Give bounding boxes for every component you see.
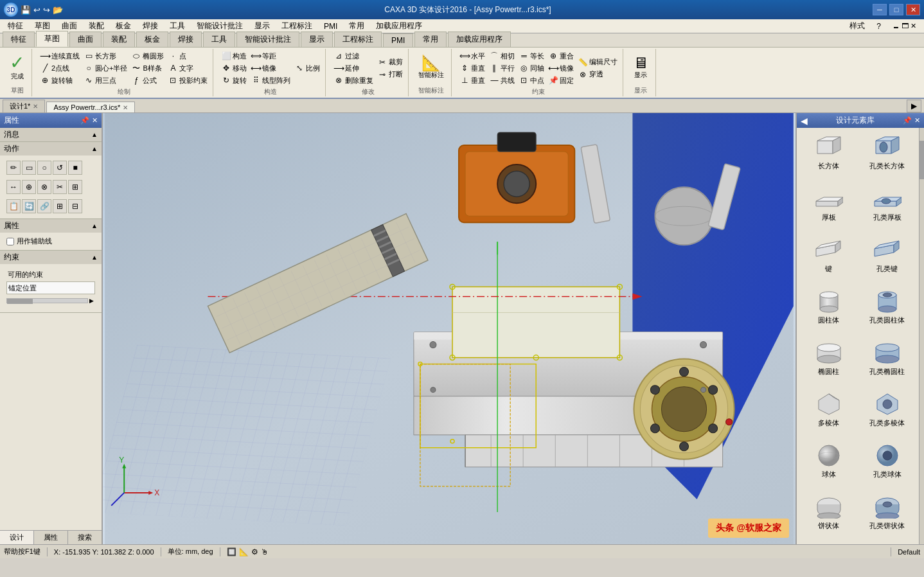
tool-ellipse[interactable]: ⬭ 椭圆形: [130, 50, 165, 62]
complete-button[interactable]: ✓ 完成: [6, 52, 28, 83]
tab-scroll-right[interactable]: ▶: [907, 100, 921, 112]
menu-feature[interactable]: 特征: [3, 19, 28, 33]
menu-tools[interactable]: 工具: [164, 19, 190, 33]
tool-edit-dim[interactable]: 📏 编辑尺寸: [576, 57, 619, 68]
tool-mirror-con[interactable]: ⟷ 镜像: [547, 62, 575, 74]
section-constraint-header[interactable]: 约束 ▲: [0, 251, 102, 264]
tab-assy-close[interactable]: ✕: [123, 104, 128, 111]
tab-feature[interactable]: 特征: [3, 31, 35, 47]
tool-coaxis[interactable]: ◎ 同轴: [517, 62, 546, 74]
de-item-plate-hole[interactable]: 孔类厚板: [859, 183, 915, 232]
action-btn-minus[interactable]: ⊗: [37, 180, 51, 194]
tool-formula[interactable]: ƒ 公式: [130, 75, 165, 86]
quick-undo[interactable]: ↩: [33, 5, 40, 15]
quick-open[interactable]: 📂: [53, 5, 63, 15]
tool-rotate[interactable]: ↻ 旋转: [220, 75, 248, 86]
de-item-cylinder[interactable]: 圆柱体: [801, 286, 857, 335]
menu-smart-annotation[interactable]: 智能设计批注: [191, 19, 248, 33]
action-btn-block[interactable]: ■: [68, 161, 82, 175]
tab-pmi[interactable]: PMI: [383, 33, 413, 47]
tool-perpendicular[interactable]: ⊥ 垂直: [458, 75, 486, 86]
section-property-toggle[interactable]: ▲: [91, 222, 98, 229]
tab-smart-annotation[interactable]: 智能设计批注: [236, 31, 299, 47]
tool-vertical[interactable]: ⇕ 垂直: [458, 62, 486, 74]
action-btn-scissors[interactable]: ✂: [53, 180, 67, 194]
left-panel-close[interactable]: ✕: [92, 116, 98, 125]
tab-assembly[interactable]: 装配: [103, 31, 135, 47]
tool-filter[interactable]: ⊿ 过滤: [332, 50, 375, 62]
tool-parallel[interactable]: ∥ 平行: [488, 62, 516, 74]
tab-sheetmetal[interactable]: 板金: [136, 31, 168, 47]
de-item-key-hole[interactable]: 孔类键: [859, 235, 915, 283]
viewport[interactable]: X Y 头条 @软服之家: [103, 113, 795, 544]
tab-sketch[interactable]: 草图: [36, 31, 68, 47]
action-btn-move[interactable]: ↔: [6, 180, 21, 194]
action-btn-plus[interactable]: ⊕: [22, 180, 36, 194]
tool-coincident[interactable]: ⊕ 重合: [547, 50, 575, 62]
de-item-pie[interactable]: 饼状体: [801, 492, 857, 540]
tab-assy[interactable]: Assy Powertr...r3.ics* ✕: [46, 102, 135, 112]
scroll-right-btn[interactable]: ▶: [88, 297, 95, 304]
tool-break[interactable]: ⊸ 打断: [376, 69, 404, 80]
lp-tab-property[interactable]: 属性: [34, 531, 68, 544]
tool-point[interactable]: · 点: [166, 50, 209, 62]
menu-common[interactable]: 常用: [344, 19, 369, 33]
scrollbar-thumb[interactable]: [7, 299, 33, 304]
menu-load-app[interactable]: 加载应用程序: [371, 19, 427, 33]
constraint-scroll-area[interactable]: 锚定位置: [6, 281, 95, 294]
quick-redo[interactable]: ↪: [43, 5, 50, 15]
tool-equidist[interactable]: ⟺ 等距: [249, 50, 292, 62]
de-item-sphere-hole[interactable]: 孔类球体: [859, 440, 915, 489]
lp-tab-design[interactable]: 设计: [0, 531, 34, 544]
tool-rotate-axis[interactable]: ⊕ 旋转轴: [39, 75, 81, 86]
tool-bspline[interactable]: 〜 B样条: [130, 62, 165, 74]
de-item-ellipse-hole[interactable]: 孔类椭圆柱: [859, 337, 915, 386]
tool-extend[interactable]: ⟶ 延伸: [332, 62, 375, 74]
action-btn-grid[interactable]: ⊞: [68, 180, 82, 194]
tab-design1[interactable]: 设计1* ✕: [3, 100, 45, 112]
tab-common[interactable]: 常用: [414, 31, 447, 47]
menu-assembly[interactable]: 装配: [84, 19, 109, 33]
de-item-pie-hole[interactable]: 孔类饼状体: [859, 492, 915, 540]
section-action-header[interactable]: 动作 ▲: [0, 142, 102, 155]
constraint-scrollbar[interactable]: ▶: [6, 296, 95, 306]
tool-delete-dup[interactable]: ⊗ 删除重复: [332, 75, 375, 86]
lp-tab-search[interactable]: 搜索: [68, 531, 102, 544]
left-panel-pin[interactable]: 📌: [80, 116, 89, 125]
de-item-key[interactable]: 键: [801, 235, 857, 283]
de-item-ellipse-cyl[interactable]: 椭圆柱: [801, 337, 857, 386]
minimize-button[interactable]: ─: [873, 4, 887, 15]
tool-move[interactable]: ✥ 移动: [220, 62, 248, 74]
tool-penetrate[interactable]: ⊗ 穿透: [576, 69, 619, 80]
tool-2point-line[interactable]: ╱ 2点线: [39, 62, 81, 74]
action-btn-circle[interactable]: ○: [37, 161, 51, 175]
menu-help[interactable]: ?: [871, 21, 886, 32]
action-btn-flip[interactable]: 🔄: [22, 199, 36, 213]
menu-style[interactable]: 样式: [844, 19, 870, 33]
rp-close[interactable]: ✕: [914, 116, 920, 125]
tool-tangent[interactable]: ⌒ 相切: [488, 50, 516, 62]
menu-sheetmetal[interactable]: 板金: [111, 19, 136, 33]
menu-pmi[interactable]: PMI: [319, 21, 342, 32]
tool-collinear[interactable]: — 共线: [488, 75, 516, 86]
de-item-box[interactable]: 长方体: [801, 132, 857, 181]
tool-fix[interactable]: 📌 固定: [547, 75, 575, 86]
tool-3point[interactable]: ∿ 用三点: [82, 75, 129, 86]
smart-annotation-button[interactable]: 📐 智能标注: [415, 53, 447, 82]
tab-surface[interactable]: 曲面: [69, 31, 102, 47]
de-item-box-hole[interactable]: 孔类长方体: [859, 132, 915, 181]
tool-trim[interactable]: ✂ 裁剪: [376, 57, 404, 68]
tool-equal-length[interactable]: ═ 等长: [517, 50, 546, 62]
tool-circle-radius[interactable]: ○ 圆心+半径: [82, 62, 129, 74]
action-btn-rect[interactable]: ▭: [22, 161, 36, 175]
tool-mirror-c[interactable]: ⟷ 镜像: [249, 62, 292, 74]
rp-pin[interactable]: 📌: [903, 116, 912, 125]
menu-display[interactable]: 显示: [249, 19, 275, 33]
section-property-header[interactable]: 属性 ▲: [0, 219, 102, 233]
tool-scale[interactable]: ⤡ 比例: [293, 62, 321, 74]
section-message-toggle[interactable]: ▲: [91, 131, 98, 138]
menu-engineering-annotation[interactable]: 工程标注: [276, 19, 317, 33]
tool-midpoint[interactable]: ⊡ 中点: [517, 75, 546, 86]
de-item-polygon[interactable]: 多棱体: [801, 389, 857, 438]
status-icon-2[interactable]: 📐: [239, 547, 249, 556]
